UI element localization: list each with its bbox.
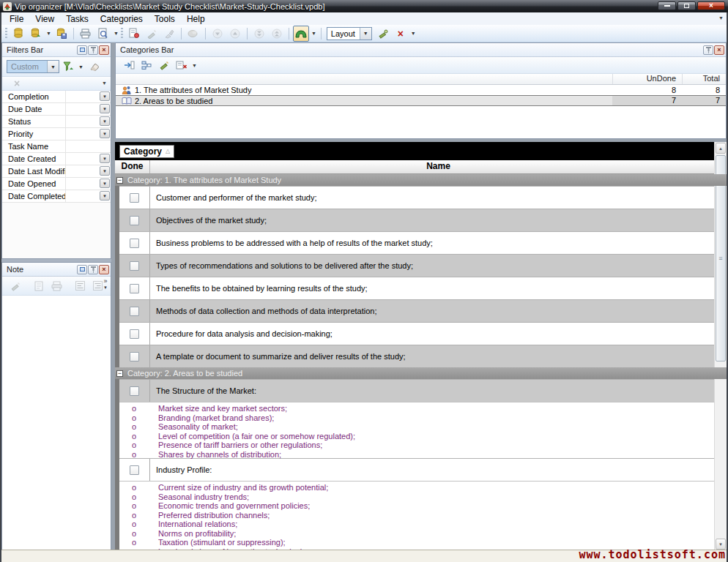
apply-filter-button[interactable] — [60, 59, 76, 75]
menu-categories[interactable]: Categories — [94, 13, 149, 25]
layout-view-caret-icon[interactable]: ▼ — [311, 31, 316, 36]
edit-category-button[interactable] — [156, 57, 172, 73]
apply-filter-caret-icon[interactable]: ▼ — [78, 64, 83, 70]
delete-task-button[interactable] — [161, 26, 177, 42]
new-database-button[interactable] — [10, 26, 26, 42]
edit-note-button[interactable] — [7, 278, 23, 294]
task-row[interactable]: Objectives of the market study; — [119, 209, 727, 231]
filter-preset-arrow-icon[interactable]: ▼ — [47, 61, 59, 72]
task-row[interactable]: Customer and performer of the market stu… — [119, 186, 727, 209]
column-undone[interactable]: UnDone — [612, 74, 682, 84]
note-content[interactable] — [2, 296, 111, 550]
toolbar-overflow-icon[interactable]: ▼ — [411, 31, 416, 36]
dropdown-arrow-icon[interactable]: ▼ — [100, 191, 110, 201]
scroll-up-button[interactable]: ▲ — [716, 143, 726, 154]
filter-value-cell[interactable] — [65, 140, 111, 152]
close-button[interactable]: × — [697, 1, 725, 10]
filter-value-cell[interactable]: ▼ — [65, 128, 111, 140]
filter-value-cell[interactable]: ▼ — [65, 116, 111, 127]
categories-pin-button[interactable] — [703, 45, 713, 55]
menu-tools[interactable]: Tools — [149, 13, 181, 25]
edit-task-button[interactable] — [144, 26, 160, 42]
move-down-button[interactable] — [209, 26, 226, 42]
task-checkbox[interactable] — [130, 239, 139, 248]
filters-restore-button[interactable] — [77, 45, 87, 55]
filter-value-cell[interactable]: ▼ — [65, 165, 111, 177]
task-checkbox[interactable] — [130, 284, 139, 293]
group-row-1[interactable]: − Category: 1. The attributes of Market … — [115, 174, 727, 186]
filter-value-cell[interactable]: ▼ — [65, 153, 111, 165]
menu-view[interactable]: View — [29, 13, 60, 25]
add-category-button[interactable] — [138, 57, 155, 73]
dropdown-arrow-icon[interactable]: ▼ — [100, 104, 110, 113]
layout-combobox-arrow-icon[interactable]: ▼ — [360, 28, 371, 40]
maximize-button[interactable] — [677, 1, 696, 10]
complete-task-button[interactable] — [185, 26, 201, 42]
task-checkbox[interactable] — [130, 386, 139, 396]
note-pin-button[interactable] — [88, 265, 98, 274]
task-row[interactable]: Industry Profile: — [119, 458, 727, 481]
align-left-button[interactable] — [72, 278, 88, 294]
column-done[interactable]: Done — [115, 160, 150, 173]
task-row[interactable]: Types of recommendations and solutions t… — [119, 254, 727, 277]
categories-toolbar-overflow-icon[interactable]: ▼ — [192, 63, 197, 68]
customize-layout-button[interactable] — [375, 26, 391, 42]
print-preview-caret-icon[interactable]: ▼ — [114, 31, 119, 36]
menu-tasks[interactable]: Tasks — [60, 13, 94, 25]
layout-view-button[interactable] — [293, 26, 309, 42]
delete-filter-button[interactable]: × — [9, 75, 25, 91]
dropdown-arrow-icon[interactable]: ▼ — [100, 179, 110, 188]
open-database-caret-icon[interactable]: ▼ — [46, 31, 51, 36]
filter-preset-combobox[interactable]: Custom ▼ — [7, 60, 59, 73]
filters-pin-button[interactable] — [88, 45, 98, 55]
new-task-button[interactable] — [126, 26, 142, 42]
layout-combobox[interactable]: Layout ▼ — [327, 27, 372, 40]
note-close-button[interactable]: × — [99, 265, 109, 274]
filter-value-cell[interactable]: ▼ — [65, 91, 111, 102]
move-bottom-button[interactable] — [251, 26, 267, 42]
task-row[interactable]: Procedure for data analysis and decision… — [119, 322, 727, 345]
print-button[interactable] — [78, 26, 94, 42]
dropdown-arrow-icon[interactable]: ▼ — [100, 91, 110, 101]
move-up-button[interactable] — [227, 26, 243, 42]
toolbar-grip[interactable] — [5, 28, 7, 40]
task-checkbox[interactable] — [130, 465, 139, 475]
note-print-button[interactable] — [48, 278, 64, 294]
collapse-icon[interactable]: − — [116, 177, 123, 184]
task-row[interactable]: A template or document to summarize and … — [119, 345, 727, 367]
dropdown-arrow-icon[interactable]: ▼ — [100, 129, 110, 138]
filter-value-cell[interactable]: ▼ — [65, 103, 111, 115]
delete-category-button[interactable] — [174, 57, 190, 73]
task-row[interactable]: The benefits to be obtained by learning … — [119, 277, 727, 299]
task-row[interactable]: The Structure of the Market: — [119, 379, 727, 402]
filter-value-cell[interactable]: ▼ — [65, 178, 111, 190]
collapse-icon[interactable]: − — [116, 370, 123, 377]
print-preview-button[interactable] — [95, 26, 111, 42]
save-database-button[interactable] — [53, 26, 70, 42]
scrollbar-thumb[interactable]: ≡ — [716, 155, 726, 361]
group-row-2[interactable]: − Category: 2. Areas to be studied — [115, 367, 727, 379]
grid-vertical-scrollbar[interactable]: ▲ ≡ ▼ — [714, 142, 727, 550]
note-toolbar-overflow[interactable]: » ▼ — [103, 278, 108, 291]
task-checkbox[interactable] — [130, 307, 139, 316]
filters-overflow-icon[interactable]: ▼ — [102, 80, 107, 86]
dropdown-arrow-icon[interactable]: ▼ — [100, 116, 110, 126]
task-checkbox[interactable] — [130, 193, 139, 203]
group-by-category-button[interactable]: Category △ — [119, 145, 174, 158]
menu-help[interactable]: Help — [181, 13, 211, 25]
filters-close-button[interactable]: × — [99, 45, 109, 55]
task-checkbox[interactable] — [130, 352, 139, 361]
menubar-overflow-icon[interactable]: ▼ — [718, 15, 724, 20]
note-restore-button[interactable] — [77, 265, 87, 274]
move-to-category-button[interactable] — [121, 57, 137, 73]
minimize-button[interactable] — [658, 1, 676, 10]
move-top-button[interactable] — [269, 26, 285, 42]
filter-value-cell[interactable]: ▼ — [65, 190, 111, 202]
category-row-2-selected[interactable]: 2. Areas to be studied 7 7 — [116, 95, 726, 106]
task-checkbox[interactable] — [130, 216, 139, 225]
column-name[interactable]: Name — [150, 160, 727, 173]
menu-file[interactable]: File — [4, 13, 29, 25]
dropdown-arrow-icon[interactable]: ▼ — [100, 166, 110, 176]
dropdown-arrow-icon[interactable]: ▼ — [100, 154, 110, 163]
category-row-1[interactable]: 1. The attributes of Market Study 8 8 — [116, 85, 726, 95]
